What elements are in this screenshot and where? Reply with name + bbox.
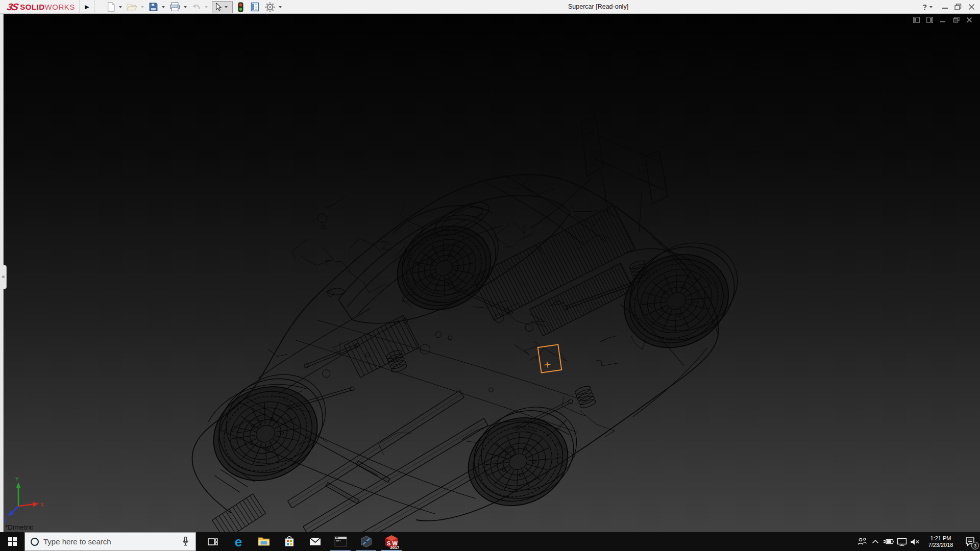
command-prompt-icon (334, 536, 347, 547)
wireframe-model-supercar[interactable] (0, 14, 980, 532)
taskbar-file-explorer-button[interactable] (251, 532, 277, 551)
save-dropdown-caret[interactable] (162, 6, 165, 8)
taskbar-store-button[interactable] (277, 532, 302, 551)
window-title: Supercar [Read-only] (568, 0, 628, 14)
system-tray: 1:21 PM 7/23/2018 3 (855, 532, 980, 551)
undo-button[interactable] (190, 1, 202, 13)
chevron-up-icon (872, 539, 879, 544)
windows-taskbar: Type here to search e (0, 532, 980, 551)
solidworks-logo: 3S SOLIDWORKS (7, 0, 75, 14)
graphics-viewport[interactable]: Y X Z *Dimetric (0, 14, 980, 532)
clock[interactable]: 1:21 PM 7/23/2018 (924, 535, 958, 548)
store-icon (284, 536, 295, 547)
solidworks-logo-glyph: 3S (6, 2, 19, 13)
view-orientation-label: *Dimetric (5, 523, 33, 531)
select-tool-button[interactable] (212, 1, 233, 13)
select-dropdown-caret[interactable] (225, 6, 228, 8)
print-dropdown-caret[interactable] (184, 6, 187, 8)
task-view-icon (208, 537, 218, 546)
people-icon (857, 538, 867, 545)
main-toolbar (105, 0, 285, 14)
file-properties-icon (251, 2, 259, 12)
document-close-icon[interactable] (966, 16, 973, 23)
tray-date: 7/23/2018 (924, 542, 958, 548)
file-explorer-icon (258, 537, 270, 546)
undo-dropdown-caret[interactable] (205, 6, 208, 8)
microphone-icon[interactable] (182, 536, 189, 547)
network-display-icon (897, 538, 907, 546)
dock-pane-1-icon[interactable] (913, 16, 920, 23)
document-restore-icon[interactable] (952, 16, 960, 23)
document-window-controls (913, 16, 973, 23)
taskbar-edge-button[interactable]: e (226, 532, 251, 551)
close-button[interactable] (968, 4, 975, 10)
document-minimize-icon[interactable] (939, 16, 946, 23)
volume-muted-icon (910, 538, 920, 545)
titlebar: 3S SOLIDWORKS ▶ (0, 0, 980, 14)
svg-text:2017: 2017 (390, 545, 400, 549)
open-folder-icon (127, 3, 137, 11)
solidworks-2017-icon: S W 2017 (384, 534, 399, 549)
hidden-icons-button[interactable] (869, 532, 882, 551)
new-document-icon (107, 2, 115, 12)
volume-button[interactable] (909, 532, 922, 551)
power-status-button[interactable] (882, 532, 895, 551)
menu-expand-arrow-icon: ▶ (85, 4, 89, 10)
rebuild-traffic-light-icon (237, 2, 244, 12)
menu-expand-button[interactable]: ▶ (79, 0, 95, 13)
hexagon-app-icon (360, 535, 373, 548)
undo-icon (191, 3, 201, 11)
help-button[interactable]: ? (922, 3, 927, 11)
cortana-icon (31, 538, 39, 546)
task-view-button[interactable] (200, 532, 226, 551)
action-center-button[interactable]: 3 (960, 532, 980, 551)
minimize-button[interactable] (942, 7, 948, 9)
windows-logo-icon (8, 537, 17, 546)
print-icon (169, 2, 180, 12)
battery-plug-icon (883, 538, 895, 545)
options-gear-icon (265, 2, 275, 12)
search-placeholder-text: Type here to search (43, 537, 182, 546)
dock-pane-2-icon[interactable] (926, 16, 933, 23)
mail-icon (309, 537, 321, 546)
taskbar-apps: e S W 2017 (200, 532, 404, 551)
select-cursor-icon (214, 3, 223, 11)
open-button[interactable] (126, 1, 138, 13)
notification-badge: 3 (971, 542, 979, 549)
open-dropdown-caret[interactable] (141, 6, 144, 8)
rebuild-button[interactable] (236, 1, 245, 13)
new-document-button[interactable] (106, 1, 116, 13)
taskbar-mail-button[interactable] (302, 532, 328, 551)
save-button[interactable] (148, 1, 159, 13)
tray-time: 1:21 PM (924, 535, 958, 542)
restore-button[interactable] (954, 4, 962, 10)
new-dropdown-caret[interactable] (119, 6, 122, 8)
taskbar-solidworks-button[interactable]: S W 2017 (379, 532, 404, 551)
options-dropdown-caret[interactable] (279, 6, 282, 8)
edge-icon: e (235, 535, 242, 548)
taskbar-search-input[interactable]: Type here to search (24, 532, 196, 551)
options-button[interactable] (264, 1, 276, 13)
start-button[interactable] (0, 532, 24, 551)
help-dropdown-caret[interactable] (929, 6, 933, 8)
splitter-handle-dot (2, 276, 5, 278)
file-properties-button[interactable] (250, 1, 260, 13)
taskbar-command-prompt-button[interactable] (328, 532, 353, 551)
network-button[interactable] (895, 532, 909, 551)
taskbar-hexagon-app-button[interactable] (353, 532, 379, 551)
people-button[interactable] (855, 532, 869, 551)
window-controls: ? (922, 0, 975, 14)
feature-manager-splitter-tab[interactable] (0, 265, 7, 289)
print-button[interactable] (168, 1, 181, 13)
save-floppy-icon (149, 2, 158, 12)
